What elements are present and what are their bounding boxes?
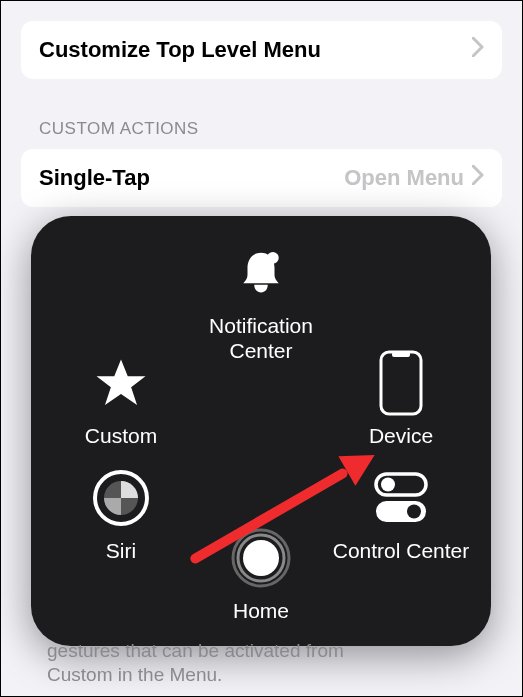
- customize-top-level-title: Customize Top Level Menu: [39, 37, 321, 63]
- menu-item-device[interactable]: Device: [331, 351, 471, 448]
- svg-point-11: [243, 540, 279, 576]
- menu-item-label: Custom: [85, 423, 157, 448]
- star-icon: [89, 351, 153, 415]
- menu-item-home[interactable]: Home: [191, 526, 331, 623]
- menu-item-label: Control Center: [333, 538, 470, 563]
- menu-item-custom[interactable]: Custom: [51, 351, 191, 448]
- chevron-right-icon: [472, 165, 484, 191]
- toggles-icon: [369, 466, 433, 530]
- menu-item-label: Siri: [106, 538, 136, 563]
- svg-point-8: [407, 505, 421, 519]
- device-icon: [369, 351, 433, 415]
- menu-item-label: Device: [369, 423, 433, 448]
- customize-top-level-menu-row[interactable]: Customize Top Level Menu: [21, 21, 502, 79]
- chevron-right-icon: [472, 37, 484, 63]
- bell-icon: [229, 241, 293, 305]
- single-tap-row[interactable]: Single-Tap Open Menu: [21, 149, 502, 207]
- single-tap-label: Single-Tap: [39, 165, 150, 191]
- svg-rect-2: [392, 352, 410, 357]
- menu-item-notification-center[interactable]: Notification Center: [191, 241, 331, 363]
- svg-rect-1: [381, 352, 421, 414]
- menu-item-label: Home: [233, 598, 289, 623]
- menu-item-siri[interactable]: Siri: [51, 466, 191, 563]
- footer-description: gestures that can be activated from Cust…: [47, 639, 344, 688]
- siri-icon: [89, 466, 153, 530]
- custom-actions-header: CUSTOM ACTIONS: [39, 119, 502, 139]
- assistivetouch-menu-overlay: Notification Center Custom Device: [31, 216, 491, 646]
- menu-item-control-center[interactable]: Control Center: [331, 466, 471, 563]
- svg-point-0: [267, 252, 279, 264]
- menu-item-label: Notification Center: [191, 313, 331, 363]
- svg-point-6: [381, 478, 395, 492]
- home-button-icon: [229, 526, 293, 590]
- single-tap-value: Open Menu: [344, 165, 464, 191]
